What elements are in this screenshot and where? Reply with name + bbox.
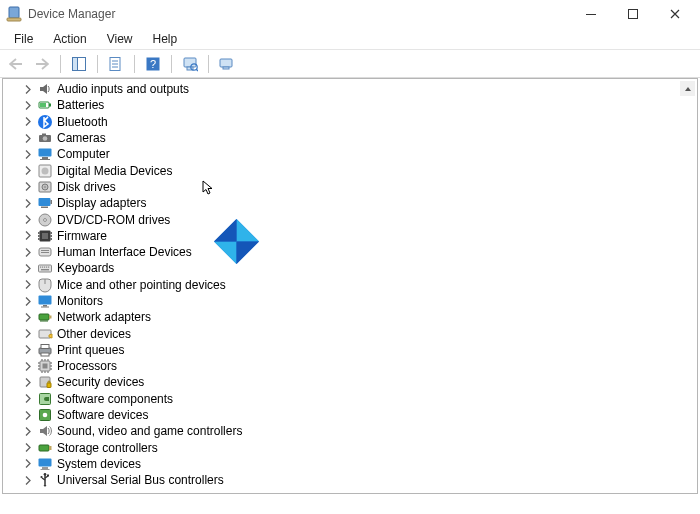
expand-icon[interactable] xyxy=(21,459,35,468)
monitors-icon xyxy=(37,293,53,309)
svg-point-29 xyxy=(42,167,49,174)
svg-point-23 xyxy=(43,136,48,141)
tree-item-software-devices[interactable]: Software devices xyxy=(7,407,697,423)
expand-icon[interactable] xyxy=(21,199,35,208)
help-button[interactable]: ? xyxy=(141,52,165,76)
tree-item-label: Software components xyxy=(57,391,173,407)
svg-rect-2 xyxy=(586,14,596,15)
network-adapters-icon xyxy=(37,309,53,325)
tree-item-bluetooth[interactable]: Bluetooth xyxy=(7,114,697,130)
menu-view[interactable]: View xyxy=(99,30,141,48)
tree-item-mice-and-other-pointing-devices[interactable]: Mice and other pointing devices xyxy=(7,277,697,293)
scrollbar-up-button[interactable] xyxy=(680,81,695,96)
menu-file[interactable]: File xyxy=(6,30,41,48)
expand-icon[interactable] xyxy=(21,166,35,175)
toolbar-separator xyxy=(60,55,61,73)
tree-item-processors[interactable]: Processors xyxy=(7,358,697,374)
tree-item-other-devices[interactable]: Other devices xyxy=(7,325,697,341)
processors-icon xyxy=(37,358,53,374)
expand-icon[interactable] xyxy=(21,329,35,338)
expand-icon[interactable] xyxy=(21,280,35,289)
svg-rect-90 xyxy=(39,445,49,451)
tree-item-display-adapters[interactable]: Display adapters xyxy=(7,195,697,211)
svg-rect-96 xyxy=(47,475,49,477)
svg-point-95 xyxy=(44,473,47,476)
svg-rect-53 xyxy=(46,267,47,268)
expand-icon[interactable] xyxy=(21,443,35,452)
expand-icon[interactable] xyxy=(21,101,35,110)
tree-item-software-components[interactable]: Software components xyxy=(7,391,697,407)
tree-item-label: Keyboards xyxy=(57,260,114,276)
expand-icon[interactable] xyxy=(21,134,35,143)
svg-rect-57 xyxy=(39,296,52,305)
svg-rect-16 xyxy=(220,59,232,67)
svg-rect-50 xyxy=(40,267,41,268)
expand-icon[interactable] xyxy=(21,182,35,191)
tree-item-label: Disk drives xyxy=(57,179,116,195)
tree-item-label: Print queues xyxy=(57,342,124,358)
app-icon xyxy=(6,6,22,22)
tree-item-system-devices[interactable]: System devices xyxy=(7,456,697,472)
tree-item-disk-drives[interactable]: Disk drives xyxy=(7,179,697,195)
svg-rect-35 xyxy=(41,207,48,209)
menu-action[interactable]: Action xyxy=(45,30,94,48)
expand-icon[interactable] xyxy=(21,345,35,354)
tree-item-computer[interactable]: Computer xyxy=(7,146,697,162)
tree-item-universal-serial-bus-controllers[interactable]: Universal Serial Bus controllers xyxy=(7,472,697,488)
expand-icon[interactable] xyxy=(21,117,35,126)
svg-rect-52 xyxy=(44,267,45,268)
expand-icon[interactable] xyxy=(21,476,35,485)
tree-item-human-interface-devices[interactable]: Human Interface Devices xyxy=(7,244,697,260)
expand-icon[interactable] xyxy=(21,297,35,306)
tree-item-cameras[interactable]: Cameras xyxy=(7,130,697,146)
tree-item-storage-controllers[interactable]: Storage controllers xyxy=(7,440,697,456)
tree-item-network-adapters[interactable]: Network adapters xyxy=(7,309,697,325)
tree-item-dvd-cd-rom-drives[interactable]: DVD/CD-ROM drives xyxy=(7,211,697,227)
tree-item-audio-inputs-and-outputs[interactable]: Audio inputs and outputs xyxy=(7,81,697,97)
add-legacy-hardware-button[interactable] xyxy=(215,52,239,76)
expand-icon[interactable] xyxy=(21,362,35,371)
expand-icon[interactable] xyxy=(21,231,35,240)
software-components-icon xyxy=(37,391,53,407)
nav-back-button[interactable] xyxy=(4,52,28,76)
tree-item-security-devices[interactable]: Security devices xyxy=(7,374,697,390)
close-button[interactable] xyxy=(654,0,696,28)
tree-item-print-queues[interactable]: Print queues xyxy=(7,342,697,358)
tree-item-keyboards[interactable]: Keyboards xyxy=(7,260,697,276)
maximize-button[interactable] xyxy=(612,0,654,28)
expand-icon[interactable] xyxy=(21,313,35,322)
expand-icon[interactable] xyxy=(21,378,35,387)
nav-forward-button[interactable] xyxy=(30,52,54,76)
window-title: Device Manager xyxy=(28,7,570,21)
minimize-button[interactable] xyxy=(570,0,612,28)
human-interface-devices-icon xyxy=(37,244,53,260)
scan-hardware-button[interactable] xyxy=(178,52,202,76)
expand-icon[interactable] xyxy=(21,215,35,224)
tree-item-batteries[interactable]: Batteries xyxy=(7,97,697,113)
bluetooth-icon xyxy=(37,114,53,130)
expand-icon[interactable] xyxy=(21,150,35,159)
other-devices-icon xyxy=(37,326,53,342)
tree-item-sound-video-and-game-controllers[interactable]: Sound, video and game controllers xyxy=(7,423,697,439)
device-tree[interactable]: Audio inputs and outputsBatteriesBluetoo… xyxy=(3,79,697,490)
tree-item-firmware[interactable]: Firmware xyxy=(7,228,697,244)
expand-icon[interactable] xyxy=(21,248,35,257)
expand-icon[interactable] xyxy=(21,394,35,403)
tree-item-label: Network adapters xyxy=(57,309,151,325)
expand-icon[interactable] xyxy=(21,427,35,436)
show-hide-console-tree-button[interactable] xyxy=(67,52,91,76)
menu-help[interactable]: Help xyxy=(145,30,186,48)
properties-button[interactable] xyxy=(104,52,128,76)
expand-icon[interactable] xyxy=(21,411,35,420)
tree-item-digital-media-devices[interactable]: Digital Media Devices xyxy=(7,162,697,178)
mice-and-other-pointing-devices-icon xyxy=(37,277,53,293)
security-devices-icon xyxy=(37,374,53,390)
expand-icon[interactable] xyxy=(21,85,35,94)
software-devices-icon xyxy=(37,407,53,423)
svg-line-15 xyxy=(196,69,198,71)
tree-item-monitors[interactable]: Monitors xyxy=(7,293,697,309)
tree-item-label: Mice and other pointing devices xyxy=(57,277,226,293)
expand-icon[interactable] xyxy=(21,264,35,273)
tree-item-label: Security devices xyxy=(57,374,144,390)
svg-rect-86 xyxy=(47,383,51,388)
